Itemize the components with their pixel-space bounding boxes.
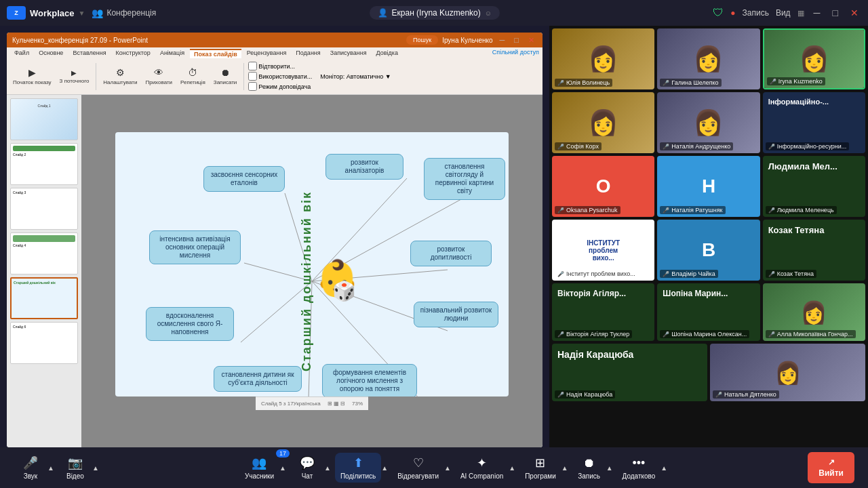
from-current-btn[interactable]: ▶ З поточного — [57, 68, 92, 85]
rehearse-btn[interactable]: ⏱ Репетиція — [178, 66, 208, 87]
sofia-mic-icon: 🎤 — [557, 144, 564, 150]
apps-button[interactable]: ⊞ Програми — [519, 453, 561, 483]
participants-button[interactable]: 👥 Учасники 17 — [239, 453, 279, 483]
display-notes-check[interactable] — [248, 62, 257, 70]
participants-badge: 17 — [276, 449, 290, 458]
shopina-name: Шопіна Марин... — [657, 283, 760, 304]
ppt-body: 1 Слайд 1 2 Слайд 2 3 — [7, 95, 542, 447]
record-button[interactable]: ⏺ Запись — [572, 453, 606, 483]
setup-show-btn[interactable]: ⚙ Налаштувати — [100, 66, 140, 87]
record-btn[interactable]: ⏺ Записати — [211, 66, 240, 87]
participant-natalia-a: 👩 🎤 Наталія Андрущенко — [657, 92, 760, 153]
tab-review[interactable]: Рецензування — [243, 49, 291, 58]
tab-animation[interactable]: Анімація — [156, 49, 189, 58]
ppt-minimize[interactable]: ─ — [497, 36, 508, 44]
ppt-close[interactable]: ✕ — [526, 36, 537, 45]
show-mode-check[interactable] — [248, 82, 257, 91]
tab-help[interactable]: Довідка — [372, 49, 402, 58]
node-curiosity: розвиток допитливості — [410, 241, 492, 266]
volodymyr-mic: 🎤 — [663, 271, 669, 277]
screen-options[interactable]: ☺ — [485, 9, 492, 17]
chat-button[interactable]: 💬 Чат — [290, 453, 324, 483]
ribbon-tools: ▶ Початок показу ▶ З поточного ⚙ Налашту… — [10, 60, 539, 93]
kozak-name: Козак Тетяна — [763, 220, 865, 241]
tab-slideshow[interactable]: Показ слайдів — [190, 49, 241, 58]
slide-thumb-2[interactable]: Слайд 2 — [10, 143, 78, 185]
view-icon: ▦ — [797, 9, 804, 18]
video-caret[interactable]: ▲ — [92, 464, 99, 472]
participants-icon: 👥 — [252, 455, 267, 470]
slide-panel[interactable]: 1 Слайд 1 2 Слайд 2 3 — [7, 95, 81, 447]
lyudmyla-mic: 🎤 — [768, 207, 775, 214]
record-caret[interactable]: ▲ — [606, 464, 613, 472]
ppt-restore[interactable]: □ — [511, 36, 521, 44]
share-icon: ⬆ — [353, 455, 363, 470]
natalya-d-name: 🎤 Наталья Дятленко — [713, 390, 779, 399]
participant-lyudmyla: Людмила Мел... 🎤 Людмила Меленець — [763, 156, 865, 217]
slide-thumb-5[interactable]: Старший дошкільний вік — [10, 277, 78, 319]
participant-iryna: 👩 🎤 Iryna Kuzmenko — [763, 28, 865, 89]
natalia-r-name: 🎤 Наталія Ратушняк — [660, 206, 725, 214]
react-caret[interactable]: ▲ — [444, 464, 451, 472]
ppt-titlebar: Кульченко_конференція 27.09 - PowerPoint… — [7, 33, 542, 47]
iryna-mic-icon: 🎤 — [770, 79, 776, 85]
node-analyzers: розвиток аналізаторів — [326, 154, 403, 180]
participant-natalia-r: Н 🎤 Наталія Ратушняк — [657, 156, 760, 217]
ppt-window: Кульченко_конференція 27.09 - PowerPoint… — [7, 33, 542, 447]
participant-halyna: 👩 🎤 Галина Шелепко — [657, 28, 760, 89]
hide-slide-btn[interactable]: 👁 Приховати — [142, 66, 175, 87]
tab-file[interactable]: Файл — [10, 49, 33, 58]
node-logic: формування елементів логічного мислення … — [322, 364, 417, 396]
more-button[interactable]: ••• Додатково — [617, 453, 661, 483]
more-caret[interactable]: ▲ — [660, 464, 667, 472]
participants-label: Учасники — [245, 472, 274, 480]
share-caret[interactable]: ▲ — [381, 464, 388, 472]
ai-caret[interactable]: ▲ — [509, 464, 515, 472]
slide-thumb-3[interactable]: Слайд 3 — [10, 188, 78, 230]
share-button[interactable]: ⬆ Поділитись — [335, 453, 381, 483]
ppt-search[interactable]: Пошук — [406, 35, 438, 45]
top-bar: Z Workplace ▼ 👥 Конференція 👤 Екран (Iry… — [0, 0, 868, 26]
info-resource-name: 🎤 Інформаційно-ресурни... — [766, 142, 850, 150]
tab-record[interactable]: Записування — [326, 49, 371, 58]
participant-sofia: 👩 🎤 Софія Корх — [552, 92, 654, 153]
institute-mic: 🎤 — [557, 271, 564, 277]
tab-view[interactable]: Подання — [292, 49, 324, 58]
leave-label: Вийти — [818, 468, 844, 478]
leave-button[interactable]: ↗ Вийти — [808, 452, 854, 483]
tab-insert[interactable]: Вставлення — [68, 49, 110, 58]
shopina-mic: 🎤 — [663, 331, 669, 338]
participants-caret[interactable]: ▲ — [279, 464, 286, 472]
close-button[interactable]: ✕ — [848, 7, 861, 18]
share-btn[interactable]: Спільний доступ — [492, 49, 539, 58]
slide-thumb-wrapper-4: 4 Слайд 4 — [10, 232, 78, 274]
viktoria-mic: 🎤 — [557, 331, 564, 338]
audio-button[interactable]: 🎤 Звук — [14, 453, 47, 483]
slide-thumb-wrapper-3: 3 Слайд 3 — [10, 188, 78, 230]
status-right: Українська ⊞ ▦ ⊟ 73% — [294, 401, 363, 407]
use-timings-check[interactable] — [248, 72, 257, 81]
start-show-btn[interactable]: ▶ Початок показу — [10, 66, 54, 87]
chat-caret[interactable]: ▲ — [324, 464, 331, 472]
react-button[interactable]: ♡ Відреагувати — [392, 453, 444, 483]
video-button[interactable]: 📷 Відео — [58, 453, 92, 483]
minimize-button[interactable]: ─ — [811, 7, 823, 18]
slide-thumb-4[interactable]: Слайд 4 — [10, 232, 78, 274]
tab-design[interactable]: Конструктор — [112, 49, 155, 58]
lyudmyla-sub: 🎤 Людмила Меленець — [766, 206, 837, 214]
slide-canvas: засвоєння сенсорних еталонів розвиток ан… — [115, 132, 509, 396]
dropdown-arrow[interactable]: ▼ — [79, 9, 85, 17]
tab-home[interactable]: Основне — [35, 49, 67, 58]
more-icon: ••• — [632, 456, 645, 470]
audio-caret[interactable]: ▲ — [47, 464, 54, 472]
slide-thumb-1[interactable]: Слайд 1 — [10, 98, 78, 140]
ai-button[interactable]: ✦ AI Companion — [455, 453, 509, 483]
row-2: O 🎤 Oksana Pysarchuk Н 🎤 Наталія Ратушня… — [552, 156, 865, 217]
screen-share-label: 👤 Екран (Iryna Kuzmenko) ☺ — [370, 6, 500, 20]
apps-caret[interactable]: ▲ — [561, 464, 568, 472]
row-5: Надія Карацюба 🎤 Надія Карацюба 👩 🎤 Ната… — [552, 344, 865, 401]
viktoria-sub: 🎤 Вікторія Агіляр Туклер — [555, 330, 632, 338]
maximize-button[interactable]: □ — [830, 7, 841, 18]
slide-thumb-6[interactable]: Слайд 6 — [10, 322, 78, 364]
participants-wrapper: 👥 Учасники 17 ▲ — [239, 453, 286, 483]
